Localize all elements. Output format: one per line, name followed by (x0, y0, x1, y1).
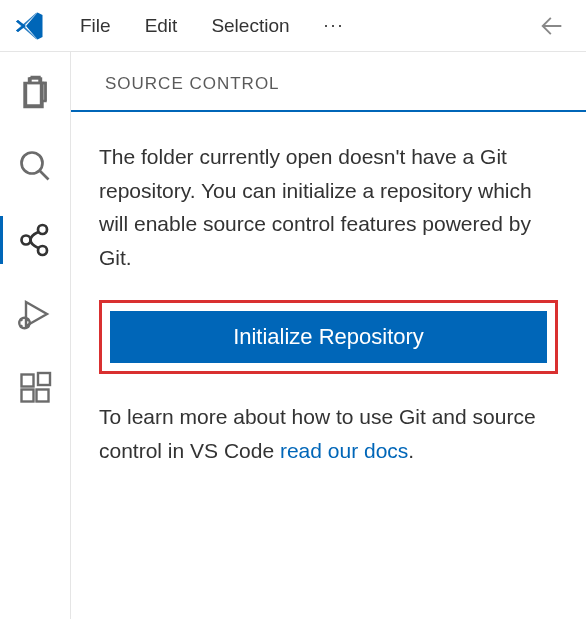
svg-rect-9 (38, 373, 50, 385)
activity-bar (0, 52, 70, 619)
panel-title: SOURCE CONTROL (71, 74, 586, 94)
menu-selection[interactable]: Selection (197, 11, 303, 41)
svg-point-2 (38, 225, 47, 234)
activity-extensions[interactable] (0, 370, 70, 406)
svg-rect-7 (22, 390, 34, 402)
svg-point-4 (38, 246, 47, 255)
svg-rect-8 (37, 390, 49, 402)
activity-explorer[interactable] (0, 74, 70, 110)
source-control-panel: SOURCE CONTROL The folder currently open… (70, 52, 586, 619)
back-arrow-icon[interactable] (530, 8, 574, 44)
activity-run-debug[interactable] (0, 296, 70, 332)
vscode-logo-icon (14, 10, 46, 42)
activity-search[interactable] (0, 148, 70, 184)
activity-source-control[interactable] (0, 222, 70, 258)
panel-body: The folder currently open doesn't have a… (71, 110, 586, 488)
svg-point-1 (22, 153, 43, 174)
menu-file[interactable]: File (66, 11, 125, 41)
main-area: SOURCE CONTROL The folder currently open… (0, 52, 586, 619)
svg-rect-6 (22, 375, 34, 387)
learn-suffix: . (408, 439, 414, 462)
menubar: File Edit Selection ··· (0, 0, 586, 52)
read-docs-link[interactable]: read our docs (280, 439, 408, 462)
highlight-annotation: Initialize Repository (99, 300, 558, 374)
learn-more-text: To learn more about how to use Git and s… (99, 400, 558, 467)
svg-point-3 (22, 236, 31, 245)
menu-edit[interactable]: Edit (131, 11, 192, 41)
info-text: The folder currently open doesn't have a… (99, 140, 558, 274)
initialize-repository-button[interactable]: Initialize Repository (110, 311, 547, 363)
menu-more-icon[interactable]: ··· (310, 11, 359, 40)
